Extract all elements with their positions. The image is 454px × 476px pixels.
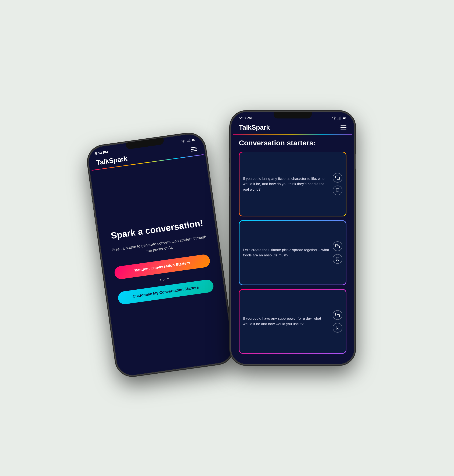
conv-card-3: If you could have any superpower for a d…: [239, 289, 347, 354]
app-header-right: TalkSpark: [233, 120, 352, 133]
status-icons-right: [333, 116, 347, 120]
hamburger-line-2: [191, 148, 197, 150]
phone-left: 5:13 PM: [86, 131, 235, 378]
conv-text-2: Let's create the ultimate picnic spread …: [243, 247, 330, 258]
side-button-vol-up-right: [229, 162, 231, 177]
hamburger-line-2-r: [340, 127, 347, 128]
conv-card-1: If you could bring any fictional charact…: [239, 152, 347, 216]
conv-actions-1: [333, 173, 342, 195]
bookmark-icon-2: [335, 257, 340, 261]
svg-rect-12: [346, 118, 346, 119]
copy-icon-2: [335, 244, 340, 249]
bookmark-button-3[interactable]: [333, 323, 342, 333]
notch-right: [273, 112, 312, 118]
hamburger-line-1-r: [340, 125, 347, 126]
svg-rect-6: [192, 139, 194, 141]
svg-rect-2: [189, 140, 189, 142]
conv-text-3: If you could have any superpower for a d…: [243, 316, 330, 327]
conv-actions-2: [333, 242, 342, 264]
wifi-icon-right: [333, 116, 336, 120]
side-button-mute-right: [229, 150, 231, 158]
random-button[interactable]: Random Conversation Starters: [114, 254, 211, 280]
rainbow-line-right: [233, 134, 352, 135]
svg-rect-16: [337, 314, 340, 317]
copy-button-1[interactable]: [333, 173, 342, 183]
hamburger-line-3: [191, 150, 197, 152]
bookmark-icon-1: [335, 188, 340, 193]
copy-icon-1: [335, 175, 340, 180]
bookmark-button-2[interactable]: [333, 254, 342, 264]
scene: 5:13 PM: [99, 111, 355, 365]
screen-left: 5:13 PM: [89, 134, 232, 375]
app-title-left: TalkSpark: [96, 155, 128, 167]
bookmark-icon-3: [335, 325, 340, 330]
conv-card-1-inner: If you could bring any fictional charact…: [240, 152, 346, 216]
side-button-vol-up: [92, 199, 95, 213]
hamburger-right[interactable]: [340, 125, 347, 130]
conv-card-2-inner: Let's create the ultimate picnic spread …: [240, 221, 346, 284]
right-main-content: Conversation starters: If you could brin…: [233, 135, 352, 362]
side-button-vol-down-right: [229, 182, 231, 196]
app-title-right: TalkSpark: [239, 124, 270, 131]
side-button-power-right: [355, 154, 356, 169]
side-button-vol-down: [95, 218, 98, 232]
or-divider: ✦ or ✦: [159, 277, 169, 282]
svg-rect-7: [338, 119, 338, 120]
phone-right: 5:13 PM: [230, 111, 355, 365]
svg-rect-14: [337, 177, 340, 180]
svg-rect-10: [340, 117, 341, 120]
conv-card-3-inner: If you could have any superpower for a d…: [240, 290, 346, 353]
side-button-power-left: [209, 174, 212, 189]
conv-actions-3: [333, 310, 342, 333]
svg-rect-15: [337, 246, 340, 248]
svg-rect-13: [343, 118, 346, 119]
side-button-mute: [91, 186, 93, 194]
copy-button-2[interactable]: [333, 242, 342, 251]
bookmark-button-1[interactable]: [333, 185, 342, 195]
hamburger-left[interactable]: [191, 147, 197, 152]
time-right: 5:13 PM: [239, 116, 252, 120]
conv-title: Conversation starters:: [239, 139, 347, 147]
svg-rect-3: [189, 139, 190, 142]
svg-rect-0: [187, 141, 188, 142]
hamburger-line-1: [191, 147, 197, 148]
conv-text-1: If you could bring any fictional charact…: [243, 176, 330, 192]
screen-right: 5:13 PM: [233, 114, 352, 362]
customise-button[interactable]: Customise My Conversation Starters: [117, 279, 214, 305]
conv-card-2: Let's create the ultimate picnic spread …: [239, 220, 347, 285]
signal-icon-right: [338, 116, 341, 120]
svg-rect-8: [339, 118, 339, 120]
svg-rect-9: [340, 117, 340, 120]
svg-rect-1: [188, 140, 189, 142]
left-main-content: Spark a conversation! Press a button to …: [92, 156, 232, 375]
hamburger-line-3-r: [340, 129, 347, 130]
battery-icon-right: [343, 116, 347, 120]
copy-icon-3: [335, 313, 340, 317]
copy-button-3[interactable]: [333, 310, 342, 320]
